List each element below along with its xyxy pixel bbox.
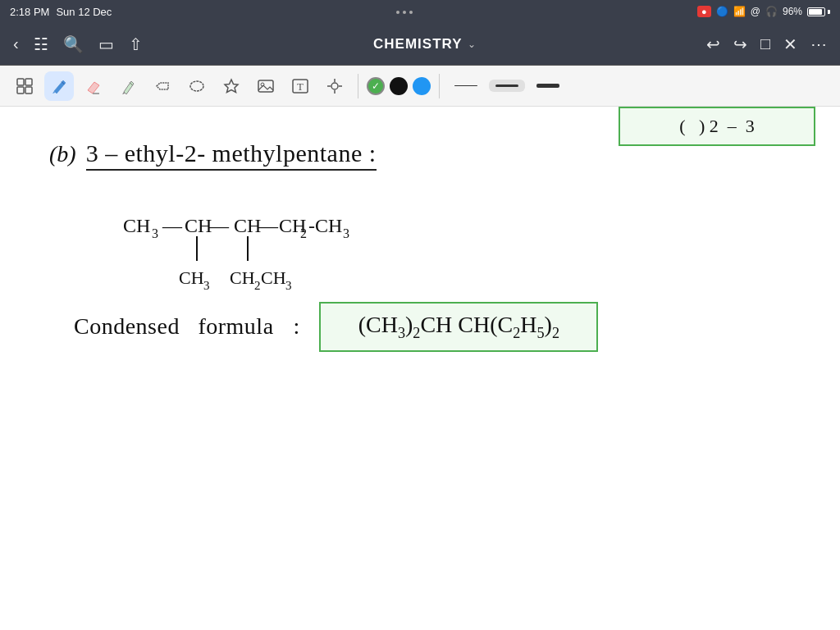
svg-text:—: —: [208, 215, 230, 236]
status-bar: 2:18 PM Sun 12 Dec ● 🔵 📶 @ 🎧 96%: [0, 0, 840, 23]
svg-marker-8: [225, 80, 238, 93]
stroke-thin-btn[interactable]: [448, 80, 484, 92]
page-title: CHEMISTRY: [373, 36, 463, 52]
svg-text:CH: CH: [261, 267, 286, 288]
svg-text:3: 3: [343, 226, 349, 240]
separator-2: [439, 74, 440, 98]
structural-formula: CH 3 — CH CH 3 — CH — CH 2: [115, 187, 788, 294]
pointer-icon: [326, 77, 344, 95]
svg-text:2: 2: [300, 226, 307, 240]
bluetooth-icon: 🔵: [716, 6, 728, 17]
search-icon[interactable]: 🔍: [63, 34, 84, 54]
nav-center: CHEMISTRY ⌄: [143, 36, 706, 52]
svg-text:CH: CH: [185, 215, 212, 236]
image-icon: [257, 77, 275, 95]
stroke-medium-btn[interactable]: [489, 80, 525, 92]
color-black[interactable]: [390, 77, 408, 95]
pen-tool[interactable]: [44, 71, 74, 101]
share-icon[interactable]: ⇧: [129, 34, 143, 54]
svg-rect-1: [25, 79, 32, 85]
selection-tool[interactable]: [148, 71, 177, 101]
star-icon: [222, 77, 240, 95]
close-icon[interactable]: ✕: [783, 34, 797, 54]
separator-1: [358, 74, 358, 98]
status-left: 2:18 PM Sun 12 Dec: [10, 6, 112, 18]
pen-icon: [50, 77, 68, 95]
svg-rect-0: [17, 79, 24, 85]
svg-text:3: 3: [285, 279, 292, 292]
compound-name-container: 3 – ethyl-2- methylpentane :: [86, 139, 377, 171]
rec-badge: ●: [697, 6, 711, 17]
redo-icon[interactable]: ↪: [733, 34, 747, 54]
nav-right: ↩ ↪ □ ✕ ⋯: [706, 34, 827, 54]
svg-text:-CH: -CH: [308, 215, 342, 236]
text-icon: T: [291, 77, 309, 95]
svg-text:3: 3: [203, 279, 210, 292]
toolbar: T: [0, 66, 840, 107]
svg-text:2: 2: [254, 279, 261, 292]
image-tool[interactable]: [251, 71, 281, 101]
svg-text:T: T: [297, 80, 304, 93]
svg-text:CH: CH: [179, 267, 204, 288]
compound-name: 3 – ethyl-2- methylpentane :: [86, 139, 377, 171]
lasso-circle-icon: [188, 77, 206, 95]
content-area: ( ) 2 – 3 (b) 3 – ethyl-2- methylpentane…: [0, 107, 840, 630]
dropdown-arrow[interactable]: ⌄: [468, 39, 476, 50]
chemistry-content: (b) 3 – ethyl-2- methylpentane : CH 3 — …: [49, 139, 788, 352]
svg-text:—: —: [258, 215, 279, 236]
color-green[interactable]: [367, 77, 385, 95]
selection-icon: [153, 77, 171, 95]
condensed-colon: :: [294, 313, 300, 340]
more-icon[interactable]: ⋯: [810, 34, 827, 54]
bookmark-icon[interactable]: ▭: [98, 34, 114, 54]
time: 2:18 PM: [10, 6, 49, 18]
back-icon[interactable]: ‹: [13, 34, 19, 53]
stroke-thin: [454, 85, 477, 87]
lasso-tool[interactable]: [10, 71, 39, 101]
highlighter-icon: [119, 77, 137, 95]
lasso-icon: [16, 77, 34, 95]
grid-icon[interactable]: ☷: [34, 34, 48, 54]
dot1: [396, 11, 399, 14]
dot2: [403, 11, 406, 14]
stroke-thick-btn[interactable]: [530, 79, 566, 93]
eraser-tool[interactable]: [79, 71, 108, 101]
text-tool[interactable]: T: [285, 71, 315, 101]
battery-percent: 96%: [783, 6, 802, 17]
svg-rect-3: [25, 87, 32, 94]
star-tool[interactable]: [217, 71, 246, 101]
add-page-icon[interactable]: □: [760, 34, 770, 53]
condensed-label: Condensed formula: [74, 313, 274, 340]
battery-indicator: [807, 7, 830, 16]
dot3: [409, 11, 413, 14]
lasso-circle-tool[interactable]: [182, 71, 212, 101]
stroke-medium: [495, 84, 518, 87]
formula-box: (CH3)2CH CH(C2H5)2: [319, 302, 598, 352]
highlighter-tool[interactable]: [113, 71, 143, 101]
wifi-icon: 📶: [733, 6, 746, 17]
headphone-icon: 🎧: [765, 6, 778, 17]
status-right: ● 🔵 📶 @ 🎧 96%: [697, 6, 830, 17]
svg-text:—: —: [162, 215, 183, 236]
svg-text:3: 3: [152, 226, 158, 240]
nav-bar: ‹ ☷ 🔍 ▭ ⇧ CHEMISTRY ⌄ ↩ ↪ □ ✕ ⋯: [0, 23, 840, 66]
signal-icon: @: [751, 6, 760, 17]
structural-svg: CH 3 — CH CH 3 — CH — CH 2: [115, 187, 566, 302]
svg-point-13: [331, 83, 338, 89]
date: Sun 12 Dec: [56, 6, 112, 18]
svg-text:CH: CH: [230, 267, 255, 288]
eraser-icon: [84, 77, 103, 95]
svg-text:CH: CH: [234, 215, 261, 236]
svg-rect-9: [258, 80, 273, 92]
svg-rect-2: [17, 87, 24, 94]
stroke-thick: [536, 84, 559, 88]
formula-text: (CH3)2CH CH(C2H5)2: [358, 312, 559, 342]
partial-text: ( ) 2 – 3: [679, 116, 755, 137]
svg-point-7: [190, 81, 203, 91]
svg-text:CH: CH: [123, 215, 150, 236]
pointer-tool[interactable]: [320, 71, 349, 101]
undo-icon[interactable]: ↩: [706, 34, 720, 54]
section-b: (b) 3 – ethyl-2- methylpentane :: [49, 139, 788, 171]
condensed-area: Condensed formula : (CH3)2CH CH(C2H5)2: [74, 302, 788, 352]
color-blue[interactable]: [413, 77, 431, 95]
